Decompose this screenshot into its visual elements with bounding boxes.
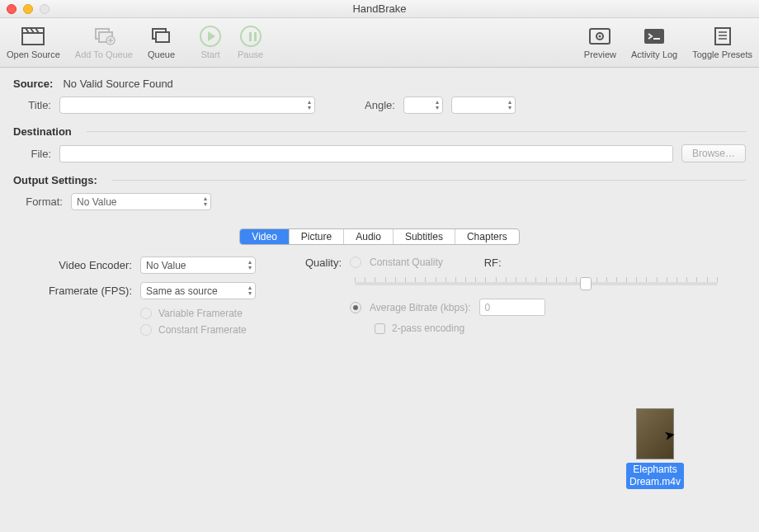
framerate-label: Framerate (FPS): xyxy=(41,285,132,297)
file-field[interactable] xyxy=(59,145,673,162)
tab-bar: Video Picture Audio Subtitles Chapters xyxy=(239,228,519,245)
open-source-button[interactable]: Open Source xyxy=(7,26,60,59)
preview-button[interactable]: Preview xyxy=(584,26,616,59)
file-label: File: xyxy=(13,148,51,160)
svg-rect-0 xyxy=(22,33,44,45)
minimize-icon[interactable] xyxy=(23,4,33,14)
presets-icon xyxy=(710,26,735,47)
variable-framerate-radio[interactable] xyxy=(140,308,152,319)
close-icon[interactable] xyxy=(7,4,16,14)
zoom-icon[interactable] xyxy=(40,4,50,14)
preview-icon xyxy=(587,26,612,47)
traffic-lights xyxy=(7,4,50,14)
toolbar: Open Source Add To Queue Queue Start Pau… xyxy=(0,18,759,68)
activity-log-button[interactable]: Activity Log xyxy=(631,26,677,59)
queue-label: Queue xyxy=(148,49,175,59)
svg-rect-11 xyxy=(715,28,730,45)
average-bitrate-field[interactable] xyxy=(479,299,545,316)
open-source-label: Open Source xyxy=(7,49,60,59)
dragged-file[interactable]: ElephantsDream.m4v xyxy=(622,408,688,489)
title-select[interactable] xyxy=(59,97,315,114)
terminal-icon xyxy=(642,26,667,47)
tab-audio[interactable]: Audio xyxy=(344,229,394,244)
source-label: Source: xyxy=(13,78,53,90)
add-to-queue-icon xyxy=(92,26,116,47)
toggle-presets-button[interactable]: Toggle Presets xyxy=(692,26,752,59)
variable-framerate-label: Variable Framerate xyxy=(158,308,243,319)
two-pass-label: 2-pass encoding xyxy=(392,322,464,334)
constant-framerate-radio[interactable] xyxy=(140,324,152,336)
activity-log-label: Activity Log xyxy=(631,49,677,59)
pause-label: Pause xyxy=(238,49,263,59)
dragged-file-name: ElephantsDream.m4v xyxy=(626,463,684,489)
angle-select[interactable] xyxy=(403,97,443,114)
rf-label: RF: xyxy=(484,257,502,269)
output-settings-heading: Output Settings: xyxy=(13,174,97,186)
browse-button[interactable]: Browse… xyxy=(681,144,746,162)
titlebar: HandBrake xyxy=(0,0,759,18)
two-pass-checkbox[interactable] xyxy=(375,323,385,334)
settings-panel: Video Picture Audio Subtitles Chapters V… xyxy=(13,217,746,514)
tab-chapters[interactable]: Chapters xyxy=(455,229,519,244)
preview-label: Preview xyxy=(584,49,616,59)
constant-quality-label: Constant Quality xyxy=(370,257,443,268)
title-label: Title: xyxy=(13,99,51,111)
source-row: Source: No Valid Source Found xyxy=(13,78,746,90)
tab-video[interactable]: Video xyxy=(240,229,289,244)
add-to-queue-button[interactable]: Add To Queue xyxy=(75,26,133,59)
svg-point-9 xyxy=(599,35,601,38)
framerate-select[interactable]: Same as source xyxy=(140,282,256,299)
clapperboard-icon xyxy=(21,26,45,47)
average-bitrate-radio[interactable] xyxy=(350,302,361,313)
start-label: Start xyxy=(200,49,219,59)
destination-heading: Destination xyxy=(13,125,72,138)
video-encoder-select[interactable]: No Value xyxy=(140,257,256,274)
tab-subtitles[interactable]: Subtitles xyxy=(394,229,455,244)
pause-button[interactable]: Pause xyxy=(238,26,263,59)
quality-label: Quality: xyxy=(292,257,342,269)
video-encoder-label: Video Encoder: xyxy=(41,259,132,271)
content-area: Source: No Valid Source Found Title: ▴▾ … xyxy=(0,68,759,514)
constant-framerate-label: Constant Framerate xyxy=(158,324,247,336)
source-status: No Valid Source Found xyxy=(63,78,172,90)
format-select[interactable]: No Value xyxy=(71,193,211,210)
pause-icon xyxy=(238,26,263,47)
slider-thumb[interactable] xyxy=(580,277,592,290)
format-label: Format: xyxy=(13,195,63,208)
tab-picture[interactable]: Picture xyxy=(290,229,344,244)
range-select[interactable] xyxy=(451,97,516,114)
svg-rect-10 xyxy=(644,29,664,44)
play-icon xyxy=(198,26,223,47)
constant-quality-radio[interactable] xyxy=(350,257,361,268)
toggle-presets-label: Toggle Presets xyxy=(692,49,752,59)
queue-icon xyxy=(148,26,173,47)
angle-label: Angle: xyxy=(365,99,395,111)
add-to-queue-label: Add To Queue xyxy=(75,49,133,59)
window-title: HandBrake xyxy=(0,2,759,15)
quality-slider[interactable] xyxy=(355,282,718,285)
start-button[interactable]: Start xyxy=(198,26,223,59)
queue-button[interactable]: Queue xyxy=(148,26,175,59)
average-bitrate-label: Average Bitrate (kbps): xyxy=(370,302,471,313)
svg-rect-6 xyxy=(156,32,169,42)
